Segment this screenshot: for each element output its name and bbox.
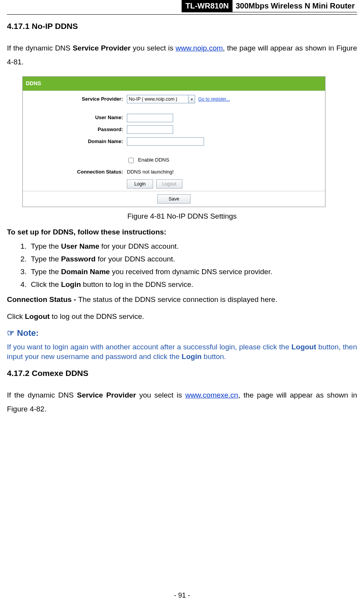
note-label: Note: [15, 328, 39, 338]
text-bold: User Name [61, 242, 99, 250]
text: to log out the DDNS service. [50, 312, 144, 320]
chevron-down-icon[interactable]: ▾ [188, 95, 195, 103]
go-to-register-link[interactable]: Go to register... [198, 95, 230, 104]
section-heading-comexe: 4.17.2 Comexe DDNS [7, 366, 357, 381]
list-item: Type the User Name for your DDNS account… [29, 240, 357, 253]
enable-ddns-checkbox[interactable] [128, 158, 134, 163]
text: for your DDNS account. [99, 242, 179, 250]
instructions-list: Type the User Name for your DDNS account… [7, 240, 357, 291]
instructions-heading: To set up for DDNS, follow these instruc… [7, 225, 357, 239]
connection-status-value: DDNS not launching! [127, 167, 174, 177]
login-button[interactable]: Login [127, 179, 153, 189]
hand-point-icon: ☞ [7, 328, 15, 338]
label-domain-name: Domain Name: [23, 137, 127, 147]
text: you select is [131, 44, 176, 52]
header-model: TL-WR810N [182, 0, 233, 12]
text: The status of the DDNS service connectio… [78, 295, 277, 303]
page-header: TL-WR810N 300Mbps Wireless N Mini Router [7, 0, 357, 12]
text: Type the [31, 268, 61, 276]
text-bold: Connection Status - [7, 295, 78, 303]
link-comexe[interactable]: www.comexe.cn [185, 391, 238, 399]
text: button. [202, 352, 226, 361]
service-provider-select[interactable] [127, 95, 189, 103]
text: you select is [136, 391, 185, 399]
comexe-intro: If the dynamic DNS Service Provider you … [7, 388, 357, 416]
text: Click the [31, 280, 61, 288]
text: Click [7, 312, 25, 320]
text: If the dynamic DNS [7, 391, 77, 399]
list-item: Type the Password for your DDNS account. [29, 253, 357, 265]
text-bold: Service Provider [77, 391, 136, 399]
text-bold: Service Provider [72, 44, 130, 52]
enable-ddns-label: Enable DDNS [138, 155, 169, 165]
text: If you want to login again with another … [7, 343, 292, 351]
text: Type the [31, 242, 61, 250]
logout-desc: Click Logout to log out the DDNS service… [7, 310, 357, 324]
password-input[interactable] [127, 125, 173, 134]
text-bold: Logout [25, 312, 49, 320]
page-number: - 91 - [0, 592, 364, 600]
text-bold: Login [61, 280, 81, 288]
header-desc: 300Mbps Wireless N Mini Router [233, 0, 357, 12]
text: Type the [31, 255, 61, 263]
panel-title: DDNS [23, 77, 325, 91]
save-button[interactable]: Save [157, 194, 190, 204]
figure-ddns-screenshot: DDNS Service Provider: ▾ Go to register.… [22, 76, 325, 207]
text-bold: Domain Name [61, 268, 110, 276]
text: button to log in the DDNS service. [81, 280, 193, 288]
text-bold: Password [61, 255, 96, 263]
text-bold: Logout [292, 343, 316, 351]
connection-status-desc: Connection Status - The status of the DD… [7, 293, 357, 307]
logout-button[interactable]: Logout [156, 179, 182, 189]
domain-name-input[interactable] [127, 137, 204, 146]
text-bold: Login [182, 352, 202, 361]
section-heading-noip: 4.17.1 No-IP DDNS [7, 19, 357, 34]
label-password: Password: [23, 125, 127, 135]
label-connection-status: Connection Status: [23, 167, 127, 177]
text: If the dynamic DNS [7, 44, 72, 52]
text: for your DDNS account. [96, 255, 175, 263]
list-item: Type the Domain Name you received from d… [29, 265, 357, 278]
list-item: Click the Login button to log in the DDN… [29, 278, 357, 291]
label-service-provider: Service Provider: [23, 94, 127, 104]
label-user-name: User Name: [23, 113, 127, 123]
figure-caption: Figure 4-81 No-IP DDNS Settings [7, 209, 357, 223]
user-name-input[interactable] [127, 114, 173, 122]
noip-intro: If the dynamic DNS Service Provider you … [7, 41, 357, 69]
note-heading: ☞ Note: [7, 325, 357, 341]
text: you received from dynamic DNS service pr… [110, 268, 272, 276]
note-body: If you want to login again with another … [7, 342, 357, 362]
link-noip[interactable]: www.noip.com [175, 44, 223, 52]
